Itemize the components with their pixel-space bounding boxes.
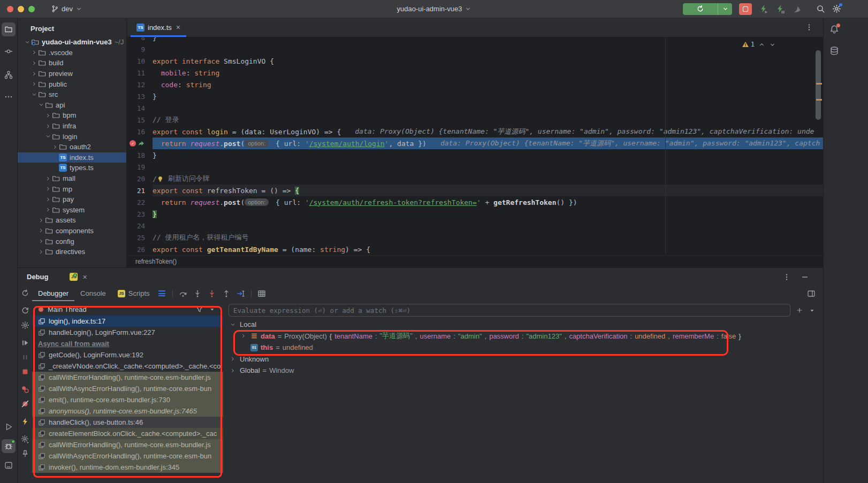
evaluate-expression-input[interactable]: Evaluate expression (⏎) or add a watch (…: [229, 304, 790, 317]
stack-frame-row[interactable]: callWithErrorHandling(), runtime-core.es…: [32, 372, 223, 383]
tree-item-login[interactable]: login: [18, 131, 126, 142]
stop-icon[interactable]: [18, 364, 32, 379]
line-number[interactable]: 9: [127, 45, 153, 53]
stack-frame-row[interactable]: getCode(), LoginForm.vue:192: [32, 349, 223, 361]
tree-item-build[interactable]: build: [18, 58, 126, 68]
breakpoint-icon[interactable]: ✓: [130, 140, 136, 147]
project-tool-icon[interactable]: [2, 22, 16, 36]
stack-frame-row[interactable]: emit(), runtime-core.esm-bundler.js:730: [32, 394, 223, 405]
settings-gear-icon[interactable]: [832, 4, 841, 13]
breadcrumb[interactable]: refreshToken(): [127, 255, 823, 267]
variables-group-global[interactable]: Global = Window: [223, 365, 823, 377]
threads-view-icon[interactable]: [156, 287, 169, 300]
next-problem-chevron-icon[interactable]: [769, 41, 776, 48]
chevron-right-icon[interactable]: [30, 81, 38, 87]
tree-item-config[interactable]: config: [18, 236, 126, 247]
run-tool-icon[interactable]: [2, 420, 16, 434]
stop-button[interactable]: [739, 3, 752, 15]
editor-scrollbar[interactable]: [816, 50, 821, 120]
tab-console[interactable]: Console: [74, 286, 112, 301]
thread-selector[interactable]: Main Thread: [32, 303, 223, 316]
stack-frame-row[interactable]: invoker(), runtime-dom.esm-bundler.js:34…: [32, 462, 223, 473]
terminal-tool-icon[interactable]: [2, 458, 16, 472]
chevron-right-icon[interactable]: [37, 249, 45, 255]
tree-item-mp[interactable]: mp: [18, 183, 126, 194]
line-number[interactable]: 20: [127, 175, 153, 183]
chevron-down-icon[interactable]: [37, 102, 45, 108]
stack-frame-row[interactable]: anonymous(), runtime-core.esm-bundler.js…: [32, 405, 223, 417]
more-tools-icon[interactable]: [2, 90, 16, 104]
line-number[interactable]: 13: [127, 93, 153, 101]
chevron-right-icon[interactable]: [37, 238, 45, 244]
stack-frame-row[interactable]: login(), index.ts:17: [32, 316, 223, 327]
window-controls[interactable]: [0, 6, 35, 12]
editor-options-kebab-icon[interactable]: [805, 23, 813, 32]
chevron-right-icon[interactable]: [44, 186, 52, 192]
chevron-right-icon[interactable]: [30, 49, 38, 56]
database-icon[interactable]: [829, 45, 840, 56]
run-to-cursor-icon[interactable]: [234, 287, 247, 300]
structure-tool-icon[interactable]: [2, 68, 16, 82]
line-number[interactable]: 26: [127, 246, 153, 254]
bolt-play-icon[interactable]: [759, 4, 768, 14]
tree-item--vscode[interactable]: .vscode: [18, 48, 126, 58]
tree-item-oauth2[interactable]: oauth2: [18, 142, 126, 152]
step-over-icon[interactable]: [177, 287, 189, 300]
step-out-icon[interactable]: [220, 287, 233, 300]
line-number[interactable]: 15: [127, 116, 153, 124]
breakpoint-gutter[interactable]: ✓: [127, 140, 153, 147]
close-session-icon[interactable]: ×: [82, 273, 87, 281]
prev-problem-chevron-icon[interactable]: [758, 41, 765, 48]
chevron-right-icon[interactable]: [44, 112, 52, 119]
chevron-right-icon[interactable]: [44, 123, 52, 129]
tab-index-ts[interactable]: TS index.ts ×: [131, 18, 186, 37]
stack-frame-row[interactable]: createElementBlock.onClick._cache.<compu…: [32, 428, 223, 439]
chevron-down-icon[interactable]: [23, 39, 31, 45]
rerun-icon[interactable]: [683, 5, 718, 13]
chevron-right-icon[interactable]: [240, 333, 248, 339]
restart-icon[interactable]: [18, 303, 32, 318]
run-options-chevron-icon[interactable]: [718, 5, 732, 12]
git-branch-widget[interactable]: dev: [51, 5, 82, 13]
line-number[interactable]: 24: [127, 222, 153, 230]
fin-icon[interactable]: [792, 4, 802, 14]
chevron-right-icon[interactable]: [230, 367, 237, 374]
line-number[interactable]: 21: [127, 187, 153, 195]
chevron-down-icon[interactable]: [230, 321, 237, 328]
view-as-table-icon[interactable]: [255, 287, 268, 300]
chevron-down-icon[interactable]: [30, 91, 38, 98]
resume-icon[interactable]: [18, 335, 32, 350]
chevron-right-icon[interactable]: [51, 144, 59, 150]
tree-item-api[interactable]: api: [18, 100, 126, 111]
debug-tool-icon[interactable]: [2, 439, 16, 453]
pin-icon[interactable]: [18, 446, 32, 461]
stack-frame-row[interactable]: handleClick(), use-button.ts:46: [32, 417, 223, 428]
settings-icon[interactable]: [18, 318, 32, 332]
tree-item-pay[interactable]: pay: [18, 194, 126, 205]
line-number[interactable]: 18: [127, 151, 153, 159]
settings-menu-icon[interactable]: [18, 432, 32, 446]
line-number[interactable]: 23: [127, 210, 153, 218]
minimize-window-button[interactable]: [18, 6, 24, 12]
pause-icon[interactable]: [18, 350, 32, 364]
tree-item-index-ts[interactable]: TSindex.ts: [18, 152, 126, 163]
tree-item-public[interactable]: public: [18, 79, 126, 89]
line-number[interactable]: 10: [127, 57, 153, 65]
tab-debugger[interactable]: Debugger: [32, 286, 74, 301]
lightning-icon[interactable]: [18, 414, 32, 428]
chevron-right-icon[interactable]: [230, 356, 237, 362]
chevron-right-icon[interactable]: [44, 196, 52, 203]
tab-scripts[interactable]: JS Scripts: [112, 286, 156, 301]
filter-funnel-icon[interactable]: [195, 305, 203, 313]
rerun-button[interactable]: [683, 3, 732, 15]
code-area[interactable]: 8}910export interface SmsLoginVO {11 mob…: [127, 37, 823, 255]
line-number[interactable]: 12: [127, 81, 153, 89]
zoom-window-button[interactable]: [28, 6, 35, 12]
variables-group-local[interactable]: Local: [223, 319, 823, 331]
caret-down-icon[interactable]: [209, 306, 216, 313]
tree-item-types-ts[interactable]: TStypes.ts: [18, 163, 126, 173]
tree-item-directives[interactable]: directives: [18, 247, 126, 257]
tree-item-components[interactable]: components: [18, 226, 126, 236]
mute-breakpoints-icon[interactable]: [18, 396, 32, 411]
chevron-down-icon[interactable]: [44, 133, 52, 140]
